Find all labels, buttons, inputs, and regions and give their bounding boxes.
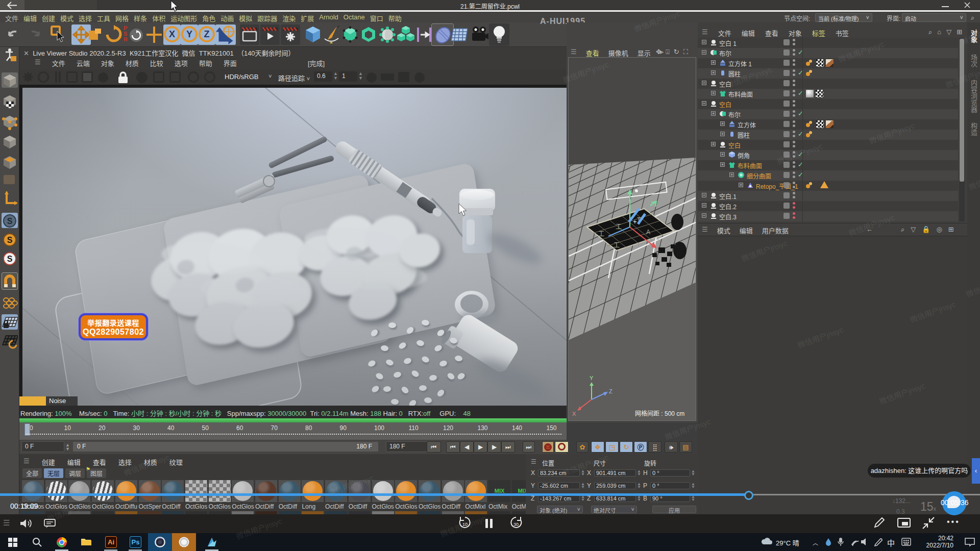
svg-text:网格间距 : 500 cm: 网格间距 : 500 cm (635, 410, 684, 417)
svg-text:S: S (7, 217, 13, 226)
svg-text:Z: Z (609, 388, 612, 394)
svg-text:Y: Y (590, 375, 594, 381)
svg-text:工: 工 (616, 223, 622, 231)
svg-text:+: + (633, 218, 637, 226)
svg-text:A: A (646, 229, 650, 236)
svg-text:S: S (7, 255, 13, 263)
svg-text:I: I (657, 237, 659, 244)
svg-text:工: 工 (598, 231, 604, 238)
svg-text:工: 工 (614, 242, 620, 249)
svg-text:X: X (572, 411, 576, 417)
svg-text:30: 30 (513, 522, 519, 527)
svg-text:S: S (7, 236, 13, 244)
